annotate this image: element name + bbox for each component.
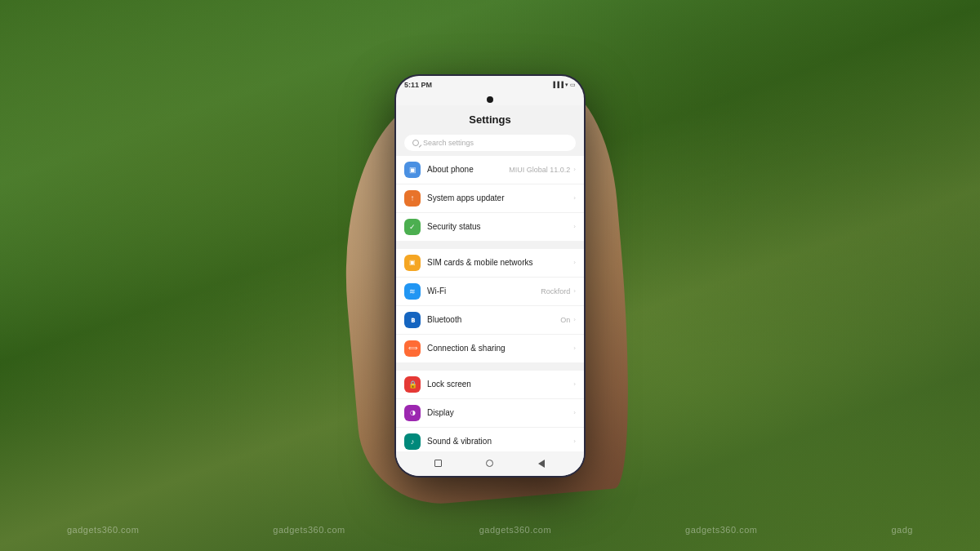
lock-content: Lock screen [427,380,572,389]
wifi-status-icon: ▾ [565,82,568,88]
settings-group-3: 🔒 Lock screen › ◑ [396,371,584,451]
nav-bar [396,451,584,476]
settings-item-wifi[interactable]: ≋ Wi-Fi Rockford › [396,278,584,306]
display-chevron: › [573,409,576,416]
about-phone-chevron: › [573,166,576,173]
sim-label: SIM cards & mobile networks [427,258,572,267]
camera-notch [396,94,584,105]
settings-header: Settings [396,105,584,131]
display-right: › [572,409,576,416]
settings-title: Settings [469,113,510,126]
lock-chevron: › [573,380,576,388]
phone-wrapper: 5:11 PM ▐▐▐ ▾ ▭ Settings [396,76,584,476]
nav-back-icon [538,460,545,468]
wifi-chevron: › [573,287,576,295]
nav-back-button[interactable] [536,458,547,469]
search-placeholder: Search settings [423,139,474,147]
sound-icon: ♪ [404,433,421,450]
settings-item-display[interactable]: ◑ Display › [396,399,584,428]
watermark-bar: gadgets360.com gadgets360.com gadgets360… [0,525,980,535]
connection-icon: ⟺ [404,340,421,357]
lock-icon: 🔒 [404,376,421,393]
bluetooth-right: On › [560,316,576,324]
sim-content: SIM cards & mobile networks [427,258,572,267]
security-icon: ✓ [404,219,421,235]
status-icons: ▐▐▐ ▾ ▭ [551,82,576,88]
watermark-5: gadg [891,525,912,535]
about-phone-content: About phone [427,165,509,174]
bluetooth-label: Bluetooth [427,315,560,324]
nav-circle-icon [486,460,493,467]
security-right: › [572,223,576,230]
bluetooth-content: Bluetooth [427,315,560,324]
about-phone-right: MIUI Global 11.0.2 › [509,166,576,174]
system-apps-content: System apps updater [427,193,572,202]
wifi-icon: ≋ [404,283,421,300]
lock-label: Lock screen [427,380,572,389]
about-phone-value: MIUI Global 11.0.2 [509,166,570,174]
security-content: Security status [427,222,572,231]
connection-right: › [572,344,576,352]
nav-square-icon [434,460,442,467]
bluetooth-icon: ʙ [404,312,421,328]
about-phone-icon: ▣ [404,162,421,178]
status-time: 5:11 PM [404,81,432,89]
nav-home-button[interactable] [484,458,496,469]
security-chevron: › [573,223,576,230]
phone-device: 5:11 PM ▐▐▐ ▾ ▭ Settings [396,76,584,476]
search-bar[interactable]: Search settings [404,135,576,151]
about-phone-label: About phone [427,165,509,174]
sound-label: Sound & vibration [427,437,572,446]
display-icon: ◑ [404,405,421,421]
settings-item-system-apps[interactable]: ↑ System apps updater › [396,184,584,213]
battery-icon: ▭ [570,82,576,88]
lock-right: › [572,380,576,388]
sound-chevron: › [573,438,576,445]
sound-content: Sound & vibration [427,437,572,446]
bluetooth-chevron: › [573,316,576,323]
camera-dot [487,96,493,103]
sim-icon: ▣ [404,255,421,271]
settings-item-lock[interactable]: 🔒 Lock screen › [396,371,584,399]
wifi-content: Wi-Fi [427,287,541,295]
watermark-4: gadgets360.com [685,525,757,535]
scene: gadgets360.com gadgets360.com gadgets360… [0,0,980,551]
connection-content: Connection & sharing [427,344,572,353]
display-content: Display [427,408,572,417]
bluetooth-value: On [560,316,570,324]
watermark-2: gadgets360.com [273,525,345,535]
signal-icon: ▐▐▐ [551,82,564,87]
security-label: Security status [427,222,572,231]
sim-chevron: › [573,259,576,266]
settings-item-connection[interactable]: ⟺ Connection & sharing › [396,335,584,362]
sound-right: › [572,438,576,445]
system-apps-icon: ↑ [404,190,421,207]
settings-list: ▣ About phone MIUI Global 11.0.2 › [396,156,584,451]
search-icon [412,140,419,146]
system-apps-right: › [572,194,576,202]
settings-item-sim[interactable]: ▣ SIM cards & mobile networks › [396,249,584,278]
status-bar: 5:11 PM ▐▐▐ ▾ ▭ [396,76,584,94]
watermark-3: gadgets360.com [479,525,551,535]
watermark-1: gadgets360.com [67,525,139,535]
wifi-value: Rockford [541,287,570,295]
sim-right: › [572,259,576,266]
display-label: Display [427,408,572,417]
settings-item-bluetooth[interactable]: ʙ Bluetooth On › [396,306,584,335]
settings-group-2: ▣ SIM cards & mobile networks › [396,249,584,362]
settings-item-security[interactable]: ✓ Security status › [396,213,584,241]
settings-group-1: ▣ About phone MIUI Global 11.0.2 › [396,156,584,241]
wifi-label: Wi-Fi [427,287,541,295]
connection-label: Connection & sharing [427,344,572,353]
settings-item-sound[interactable]: ♪ Sound & vibration › [396,428,584,451]
wifi-right: Rockford › [541,287,576,295]
system-apps-label: System apps updater [427,193,572,202]
settings-item-about-phone[interactable]: ▣ About phone MIUI Global 11.0.2 › [396,156,584,184]
nav-recent-button[interactable] [433,458,444,469]
connection-chevron: › [573,344,576,352]
system-apps-chevron: › [573,194,576,202]
screen: Settings Search settings ▣ [396,105,584,476]
